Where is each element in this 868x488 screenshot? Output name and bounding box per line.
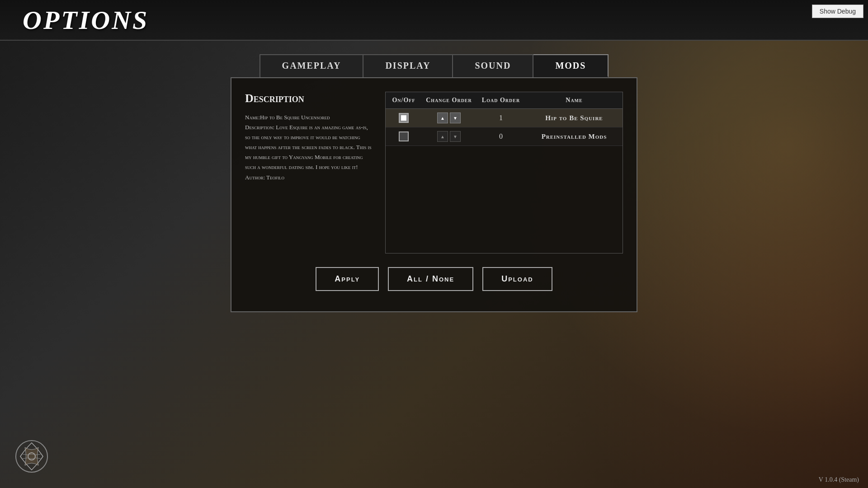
version-text: V 1.0.4 (Steam) bbox=[819, 476, 859, 483]
arrow-up-1[interactable]: ▲ bbox=[437, 113, 448, 123]
action-buttons: Apply All / None Upload bbox=[245, 267, 623, 291]
tab-gameplay[interactable]: Gameplay bbox=[259, 54, 364, 77]
arrow-up-2[interactable]: ▲ bbox=[437, 131, 448, 142]
th-on-off: On/Off bbox=[386, 97, 422, 104]
logo-bottom bbox=[14, 438, 50, 474]
arrow-down-1[interactable]: ▼ bbox=[450, 113, 461, 123]
debug-button[interactable]: Show Debug bbox=[812, 5, 863, 18]
checkbox-box-1[interactable] bbox=[399, 113, 409, 123]
th-load-order: Load Order bbox=[476, 97, 526, 104]
checkbox-inner-1 bbox=[401, 115, 406, 121]
apply-button[interactable]: Apply bbox=[316, 267, 379, 291]
mod-checkbox-2[interactable] bbox=[386, 131, 422, 141]
th-name: Name bbox=[526, 97, 623, 104]
order-arrows-1: ▲ ▼ bbox=[422, 113, 476, 123]
tab-sound[interactable]: Sound bbox=[453, 54, 533, 77]
description-name-line: Name:Hip to Be Squire Uncensored bbox=[245, 114, 330, 121]
table-header: On/Off Change Order Load Order Name bbox=[385, 92, 623, 109]
checkbox-box-2[interactable] bbox=[399, 131, 409, 141]
tab-display[interactable]: Display bbox=[363, 54, 453, 77]
arrow-down-2[interactable]: ▼ bbox=[450, 131, 461, 142]
description-body: Description: Love Esquire is an amazing … bbox=[245, 124, 371, 170]
mods-panel: Description Name:Hip to Be Squire Uncens… bbox=[231, 77, 637, 312]
mods-table: On/Off Change Order Load Order Name bbox=[385, 92, 623, 253]
tab-mods[interactable]: Mods bbox=[533, 54, 609, 77]
load-order-1: 1 bbox=[476, 114, 526, 122]
mod-checkbox-1[interactable] bbox=[386, 113, 422, 123]
description-author: Author: Teofilo bbox=[245, 174, 284, 181]
order-arrows-2: ▲ ▼ bbox=[422, 131, 476, 142]
logo-icon bbox=[14, 438, 50, 474]
all-none-button[interactable]: All / None bbox=[388, 267, 473, 291]
table-body: ▲ ▼ 1 Hip to Be Squire ▲ ▼ bbox=[385, 109, 623, 253]
description-text: Name:Hip to Be Squire Uncensored Descrip… bbox=[245, 113, 372, 183]
header: Options bbox=[0, 0, 868, 41]
table-row[interactable]: ▲ ▼ 1 Hip to Be Squire bbox=[386, 109, 623, 127]
mod-name-2: Preinstalled Mods bbox=[526, 133, 623, 141]
tabs-row: Gameplay Display Sound Mods bbox=[259, 54, 609, 77]
load-order-2: 0 bbox=[476, 132, 526, 141]
description-area: Description Name:Hip to Be Squire Uncens… bbox=[245, 92, 372, 253]
panel-inner: Description Name:Hip to Be Squire Uncens… bbox=[245, 92, 623, 253]
description-title: Description bbox=[245, 92, 372, 105]
th-change-order: Change Order bbox=[422, 97, 476, 104]
main-content: Gameplay Display Sound Mods Description … bbox=[0, 41, 868, 488]
upload-button[interactable]: Upload bbox=[482, 267, 552, 291]
page-title: Options bbox=[23, 5, 149, 35]
table-row[interactable]: ▲ ▼ 0 Preinstalled Mods bbox=[386, 127, 623, 146]
mod-name-1: Hip to Be Squire bbox=[526, 114, 623, 122]
